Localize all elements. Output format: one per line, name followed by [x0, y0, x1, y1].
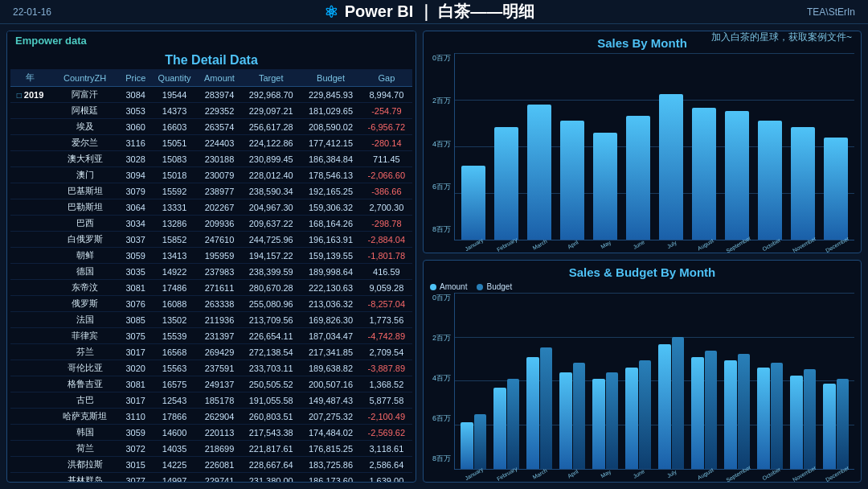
cell-gap: -6,956.72 [361, 119, 412, 135]
cell-price: 3084 [120, 87, 151, 103]
left-panel-header: Empower data [7, 31, 416, 50]
bar-group [755, 56, 785, 240]
sales-by-month-chart: 8百万6百万4百万2百万0百万 JanuaryFebruaryMarchApri… [430, 53, 854, 248]
cell-budget: 189,998.64 [301, 264, 360, 280]
cell-price: 3059 [120, 425, 151, 441]
bar [560, 121, 584, 240]
bar-group [722, 56, 752, 240]
cell-amount: 195959 [198, 248, 241, 264]
table-row: 洪都拉斯 3015 14225 226081 228,667.64 183,72… [10, 457, 412, 473]
table-row: 古巴 3017 12543 185178 191,055.58 149,487.… [10, 392, 412, 409]
cell-country: 巴勒斯坦 [50, 199, 120, 216]
table-row: 基林群岛 3077 14997 229741 231,380.00 186,17… [10, 473, 412, 483]
budget-bar [738, 354, 751, 469]
budget-bar [672, 337, 685, 469]
cell-target: 230,899.45 [241, 151, 301, 167]
date-label: 22-01-16 [13, 6, 51, 18]
legend-label: Budget [486, 282, 512, 291]
bar [494, 127, 518, 240]
cell-amount: 262904 [198, 409, 241, 425]
table-row: 菲律宾 3075 15539 231397 226,654.11 187,034… [10, 328, 412, 344]
cell-budget: 168,164.26 [301, 216, 360, 232]
cell-budget: 208,590.02 [301, 119, 360, 135]
cell-gap: 8,994.70 [361, 87, 412, 103]
table-row: 韩国 3059 14600 220113 217,543.38 174,484.… [10, 425, 412, 441]
cell-country: 韩国 [50, 425, 120, 441]
cell-budget: 217,341.85 [301, 344, 360, 360]
bar-group [788, 56, 818, 240]
cell-price: 3028 [120, 151, 151, 167]
cell-price: 3064 [120, 199, 151, 216]
right-panel: Sales By Month 8百万6百万4百万2百万0百万 JanuaryFe… [423, 31, 862, 483]
cell-amount: 209936 [198, 216, 241, 232]
cell-year [10, 232, 50, 248]
table-row: 巴西 3034 13286 209936 209,637.22 168,164.… [10, 216, 412, 232]
col-price: Price [120, 69, 151, 87]
cell-quantity: 15563 [151, 360, 198, 376]
cell-budget: 178,546.13 [301, 167, 360, 183]
table-title: The Detail Data [7, 50, 416, 69]
cell-amount: 229741 [198, 473, 241, 483]
bar-group [491, 56, 522, 240]
bars-row [454, 53, 854, 240]
cell-country: 古巴 [50, 392, 120, 409]
cell-year [10, 248, 50, 264]
cell-gap: -386.66 [361, 183, 412, 199]
dual-bar-group [788, 296, 818, 469]
dual-bar-group [590, 296, 620, 469]
table-row: 东帝汶 3081 17486 271611 280,670.28 222,130… [10, 280, 412, 296]
cell-target: 209,637.22 [241, 216, 301, 232]
cell-budget: 149,487.43 [301, 392, 360, 409]
cell-country: 哥伦比亚 [50, 360, 120, 376]
bar-group [689, 56, 719, 240]
amount-bar [658, 344, 671, 469]
cell-quantity: 15539 [151, 328, 198, 344]
cell-country: 澳大利亚 [50, 151, 120, 167]
sales-budget-panel: Sales & Budget By Month AmountBudget 8百万… [423, 260, 862, 483]
y-label: 0百万 [430, 53, 451, 64]
cell-amount: 185178 [198, 392, 241, 409]
cell-quantity: 14922 [151, 264, 198, 280]
cell-amount: 247610 [198, 232, 241, 248]
cell-year [10, 392, 50, 409]
cell-amount: 263574 [198, 119, 241, 135]
cell-country: 爱尔兰 [50, 135, 120, 151]
bar [527, 105, 551, 240]
budget-bar [540, 347, 553, 469]
table-wrapper[interactable]: 年 CountryZH Price Quantity Amount Target… [7, 69, 416, 482]
cell-target: 244,725.96 [241, 232, 301, 248]
cell-amount: 230188 [198, 151, 241, 167]
cell-quantity: 14225 [151, 457, 198, 473]
table-row: 德国 3035 14922 237983 238,399.59 189,998.… [10, 264, 412, 280]
cell-amount: 271611 [198, 280, 241, 296]
amount-bar [757, 368, 770, 469]
bar-group [623, 56, 653, 240]
cell-target: 280,670.28 [241, 280, 301, 296]
table-row: 白俄罗斯 3037 15852 247610 244,725.96 196,16… [10, 232, 412, 248]
cell-amount: 211936 [198, 312, 241, 328]
cell-target: 272,138.54 [241, 344, 301, 360]
cell-budget: 189,638.82 [301, 360, 360, 376]
cell-price: 3081 [120, 280, 151, 296]
cell-target: 292,968.70 [241, 87, 301, 103]
cell-budget: 192,165.25 [301, 183, 360, 199]
cell-year [10, 151, 50, 167]
col-year: 年 [10, 69, 50, 87]
cell-country: 荷兰 [50, 441, 120, 457]
amount-bar [592, 379, 605, 469]
cell-quantity: 14600 [151, 425, 198, 441]
cell-country: 白俄罗斯 [50, 232, 120, 248]
chart-legend: AmountBudget [430, 282, 854, 291]
cell-budget: 183,725.86 [301, 457, 360, 473]
cell-gap: -1,801.78 [361, 248, 412, 264]
dual-bar-group [623, 296, 653, 469]
table-row: 格鲁吉亚 3081 16575 249137 250,505.52 200,50… [10, 376, 412, 392]
cell-year [10, 328, 50, 344]
cell-gap: 1,773.56 [361, 312, 412, 328]
cell-year [10, 312, 50, 328]
cell-year [10, 216, 50, 232]
amount-bar [790, 376, 803, 469]
cell-year [10, 103, 50, 119]
cell-amount: 231397 [198, 328, 241, 344]
cell-quantity: 12543 [151, 392, 198, 409]
